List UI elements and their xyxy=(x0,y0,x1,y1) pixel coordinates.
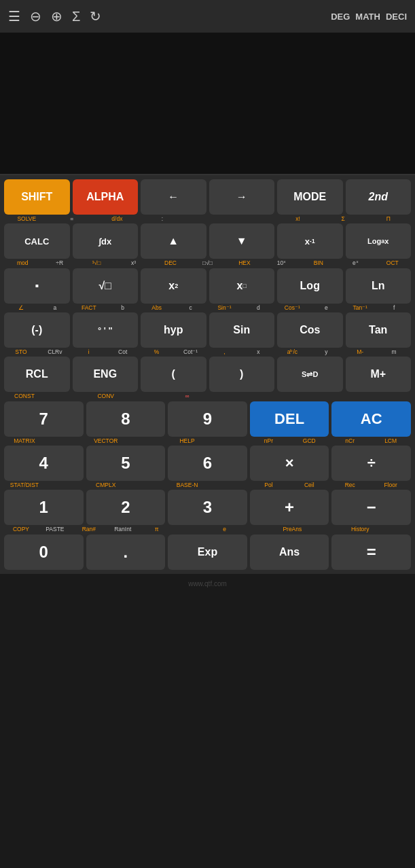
sub-angle: ∠ xyxy=(4,305,38,311)
cos-button[interactable]: Cos xyxy=(277,312,343,348)
sub-gcd: GCD xyxy=(289,438,329,444)
sublabels-row5: CONST CONV ∞ xyxy=(3,393,412,399)
sub-cbrt: ³√□ xyxy=(78,260,115,266)
down-button[interactable]: ▼ xyxy=(209,223,275,259)
integral-button[interactable]: ∫dx xyxy=(73,223,139,259)
sub-npr: nPr xyxy=(248,438,289,444)
sub-i: i xyxy=(72,349,106,355)
one-button[interactable]: 1 xyxy=(4,490,84,525)
negative-button[interactable]: (-) xyxy=(4,312,70,348)
log-button[interactable]: Log xyxy=(277,268,343,304)
menu-icon[interactable]: ☰ xyxy=(8,8,20,24)
calc-button[interactable]: CALC xyxy=(4,223,70,259)
eng-button[interactable]: ENG xyxy=(73,357,139,392)
close-paren-button[interactable]: ) xyxy=(209,357,275,392)
four-button[interactable]: 4 xyxy=(4,446,84,481)
deci-mode[interactable]: DECI xyxy=(386,12,407,22)
del-button[interactable]: DEL xyxy=(250,401,329,437)
sub-x: x xyxy=(241,349,275,355)
shift-button[interactable]: SHIFT xyxy=(4,179,70,215)
dot-button[interactable]: . xyxy=(86,535,166,570)
multiply-button[interactable]: × xyxy=(250,446,329,481)
second-button[interactable]: 2nd xyxy=(346,179,412,215)
rcl-button[interactable]: RCL xyxy=(4,357,70,392)
sub-paste: PASTE xyxy=(38,526,72,532)
sigma-icon[interactable]: Σ xyxy=(72,9,80,24)
sub-pi-lbl: π xyxy=(140,526,174,532)
sublabels-row4: STO CLRv i Cot % Cot⁻¹ , x aᵇ/c y M- m xyxy=(3,349,412,355)
row-sqrt: ▪ √□ x2 x□ Log Ln xyxy=(3,267,412,305)
sublabels-row3: ∠ a FACT b Abs c Sin⁻¹ d Cos⁻¹ e Tan⁻¹ f xyxy=(3,305,412,311)
sub-eq: = xyxy=(50,216,95,222)
sub-inf: ∞ xyxy=(167,393,208,399)
sub-sto: STO xyxy=(4,349,38,355)
m-plus-button[interactable]: M+ xyxy=(346,357,412,392)
x-inv-button[interactable]: x-1 xyxy=(277,223,343,259)
sub-a: a xyxy=(38,305,72,311)
sub-xfact: x! xyxy=(275,216,321,222)
ln-button[interactable]: Ln xyxy=(346,268,412,304)
refresh-icon[interactable]: ↻ xyxy=(90,8,101,24)
right-arrow-button[interactable]: → xyxy=(209,179,275,215)
sub-cmplx: CMPLX xyxy=(86,482,126,488)
sub-empty15 xyxy=(208,482,249,488)
plus-button[interactable]: + xyxy=(250,490,329,525)
sub-empty4 xyxy=(126,393,167,399)
sub-cot-inv: Cot⁻¹ xyxy=(174,349,208,355)
sub-pct: % xyxy=(140,349,174,355)
five-button[interactable]: 5 xyxy=(86,446,166,481)
left-arrow-button[interactable]: ← xyxy=(141,179,206,215)
exp-button[interactable]: Exp xyxy=(168,535,247,570)
sqrt-button[interactable]: √□ xyxy=(73,268,139,304)
sub-oct: OCT xyxy=(374,260,411,266)
ans-button[interactable]: Ans xyxy=(250,535,329,570)
open-paren-button[interactable]: ( xyxy=(141,357,206,392)
sub-ceil: Ceil xyxy=(289,482,329,488)
six-button[interactable]: 6 xyxy=(168,446,247,481)
ac-button[interactable]: AC xyxy=(331,401,411,437)
row-0: 0 . Exp Ans = xyxy=(3,533,412,571)
sublabels-row8: COPY PASTE Ran# RanInt π e PreAns Histor… xyxy=(3,526,412,532)
sub-empty19 xyxy=(377,526,411,532)
minus-icon[interactable]: ⊖ xyxy=(30,8,41,24)
deg-min-sec-button[interactable]: ° ' " xyxy=(73,312,139,348)
sub-ranint: RanInt xyxy=(106,526,140,532)
sub-empty5 xyxy=(208,393,249,399)
sub-copy: COPY xyxy=(4,526,38,532)
sub-y: y xyxy=(309,349,343,355)
hyp-button[interactable]: hyp xyxy=(141,312,206,348)
row-calc: CALC ∫dx ▲ ▼ x-1 Logax xyxy=(3,222,412,260)
sub-empty13 xyxy=(45,482,86,488)
sub-conv: CONV xyxy=(86,393,126,399)
sub-empty12 xyxy=(208,438,249,444)
row-789: 7 8 9 DEL AC xyxy=(3,400,412,438)
sub-clrv: CLRv xyxy=(38,349,72,355)
three-button[interactable]: 3 xyxy=(168,490,247,525)
zero-button[interactable]: 0 xyxy=(4,535,84,570)
divide-button[interactable]: ÷ xyxy=(331,446,411,481)
log-a-x-button[interactable]: Logax xyxy=(346,223,412,259)
tan-button[interactable]: Tan xyxy=(346,312,412,348)
up-button[interactable]: ▲ xyxy=(141,223,206,259)
deg-mode[interactable]: DEG xyxy=(331,12,350,22)
eight-button[interactable]: 8 xyxy=(86,401,166,437)
nine-button[interactable]: 9 xyxy=(168,401,247,437)
sub-abc: aᵇ/c xyxy=(275,349,309,355)
x-box-button[interactable]: x□ xyxy=(209,268,275,304)
sub-bin: BIN xyxy=(300,260,337,266)
two-button[interactable]: 2 xyxy=(86,490,166,525)
equals-button[interactable]: = xyxy=(331,535,411,570)
math-mode[interactable]: MATH xyxy=(355,12,380,22)
sub-basen: BASE-N xyxy=(167,482,208,488)
minus-button[interactable]: − xyxy=(331,490,411,525)
mode-button[interactable]: MODE xyxy=(277,179,343,215)
alpha-button[interactable]: ALPHA xyxy=(73,179,139,215)
sublabels-row2: mod ÷R ³√□ x³ DEC □√□ HEX 10ˣ BIN eˣ OCT xyxy=(3,260,412,266)
sd-button[interactable]: S⇌D xyxy=(277,357,343,392)
plus-icon[interactable]: ⊕ xyxy=(51,8,62,24)
seven-button[interactable]: 7 xyxy=(4,401,84,437)
sin-button[interactable]: Sin xyxy=(209,312,275,348)
fraction-button[interactable]: ▪ xyxy=(4,268,70,304)
x-sq-button[interactable]: x2 xyxy=(141,268,206,304)
sub-x3: x³ xyxy=(115,260,151,266)
